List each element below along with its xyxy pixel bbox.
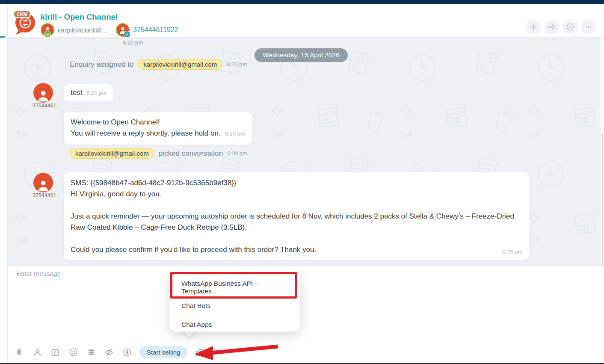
message-bubble: test6:20 pm	[63, 84, 114, 102]
header-contacts: karpilovickirill@... 375444611922	[41, 23, 178, 37]
message-text: test	[71, 89, 82, 97]
person-icon	[33, 347, 42, 357]
message-text: Welcome to Open Channel!	[71, 117, 245, 128]
message-text: Hi Virginia, good day to you.	[71, 189, 522, 200]
eye-off-icon	[104, 347, 114, 358]
top-navy-bar	[0, 0, 604, 4]
plus-icon	[530, 23, 537, 31]
canned-replies-button[interactable]	[86, 347, 97, 358]
scrollbar-thumb[interactable]	[602, 133, 603, 265]
agent-avatar[interactable]	[41, 23, 54, 37]
slash-square-icon	[50, 348, 60, 357]
complete-button[interactable]	[563, 20, 577, 34]
exchange-badge-icon	[124, 31, 130, 38]
date-separator: Wednesday, 15 April 2026	[255, 48, 348, 62]
chat-header: CRM kirill - Open Channel karpilovickiri…	[8, 4, 604, 38]
more-button[interactable]	[581, 20, 596, 34]
quote-command-button[interactable]	[50, 347, 61, 358]
customer-avatar[interactable]	[33, 83, 53, 103]
message-text: SMS: {{59848b47-ad6d-48c2-912b-9c5365b9e…	[71, 178, 522, 189]
ellipsis-icon	[585, 23, 592, 31]
event-time: 6:20 pm	[227, 150, 247, 157]
sender-id-label: 37544461...	[33, 103, 65, 109]
assignee-email-pill[interactable]: karpilovickirill@gmail.com	[138, 59, 222, 70]
agent-email-pill[interactable]: karpilovickirill@gmail.com	[70, 148, 154, 159]
message-bubble: Welcome to Open Channel! You will receiv…	[63, 111, 252, 145]
event-time: 6:20 pm	[227, 61, 247, 68]
scrolled-message-time: 6:20 pm	[123, 39, 143, 46]
left-gutter	[0, 4, 8, 364]
attach-file-button[interactable]	[14, 347, 25, 358]
open-channel-chat-window: CRM kirill - Open Channel karpilovickiri…	[0, 0, 604, 364]
sender-id-label: 37544461...	[33, 192, 65, 198]
forward-button[interactable]	[545, 20, 559, 34]
system-event-text: picked conversation	[159, 149, 223, 158]
add-button[interactable]	[526, 20, 541, 34]
annotation-highlight-box	[170, 272, 297, 299]
sms-message-bubble: SMS: {{59848b47-ad6d-48c2-912b-9c5365b9e…	[63, 172, 530, 260]
person-icon	[36, 178, 50, 192]
forward-arrow-icon	[548, 23, 556, 31]
message-text: You will receive a reply shortly, please…	[71, 128, 245, 139]
canned-lines-icon	[86, 347, 96, 357]
agent-email-label[interactable]: karpilovickirill@...	[58, 27, 107, 34]
menu-item-chat-bots[interactable]: Chat Bots	[169, 296, 300, 315]
quick-action-button[interactable]	[121, 347, 133, 358]
composer-toolbar: Start selling	[14, 346, 205, 358]
crown-badge-icon	[44, 31, 51, 38]
annotation-arrow	[192, 341, 281, 361]
message-text: Just a quick reminder — your upcoming au…	[71, 211, 522, 233]
chat-scrollbar[interactable]	[601, 38, 604, 265]
teal-marker	[0, 36, 5, 38]
crm-badge: CRM	[13, 10, 31, 18]
system-event-text: Enquiry assigned to	[70, 60, 133, 69]
hidden-message-button[interactable]	[104, 347, 115, 358]
header-actions	[526, 20, 596, 34]
page-title: kirill - Open Channel	[41, 12, 118, 22]
message-history: 24 6:20 pm Wednesday, 15 April 2026 Enqu…	[8, 38, 601, 265]
message-text: Could you please confirm if you’d like t…	[71, 244, 522, 255]
insert-contact-button[interactable]	[32, 347, 43, 358]
start-selling-button[interactable]: Start selling	[139, 346, 187, 358]
check-circle-icon	[566, 23, 574, 31]
lightning-icon	[122, 347, 132, 357]
menu-item-chat-apps[interactable]: Chat Apps	[169, 315, 300, 334]
crm-channel-logo: CRM	[14, 11, 36, 35]
message-time: 6:20 pm	[225, 130, 245, 137]
customer-avatar[interactable]	[116, 23, 130, 37]
message-time: 6:25 pm	[502, 249, 522, 255]
customer-phone-label[interactable]: 375444611922	[133, 26, 178, 34]
paperclip-icon	[15, 348, 24, 357]
message-time: 6:20 pm	[86, 90, 107, 96]
person-icon	[36, 88, 50, 103]
system-event-assigned: Enquiry assigned to karpilovickirill@gma…	[70, 59, 247, 70]
smiley-icon	[68, 347, 78, 357]
system-event-picked: karpilovickirill@gmail.com picked conver…	[70, 148, 247, 159]
message-composer: Start selling	[8, 265, 604, 364]
customer-avatar[interactable]	[33, 173, 53, 192]
emoji-button[interactable]	[68, 347, 79, 358]
